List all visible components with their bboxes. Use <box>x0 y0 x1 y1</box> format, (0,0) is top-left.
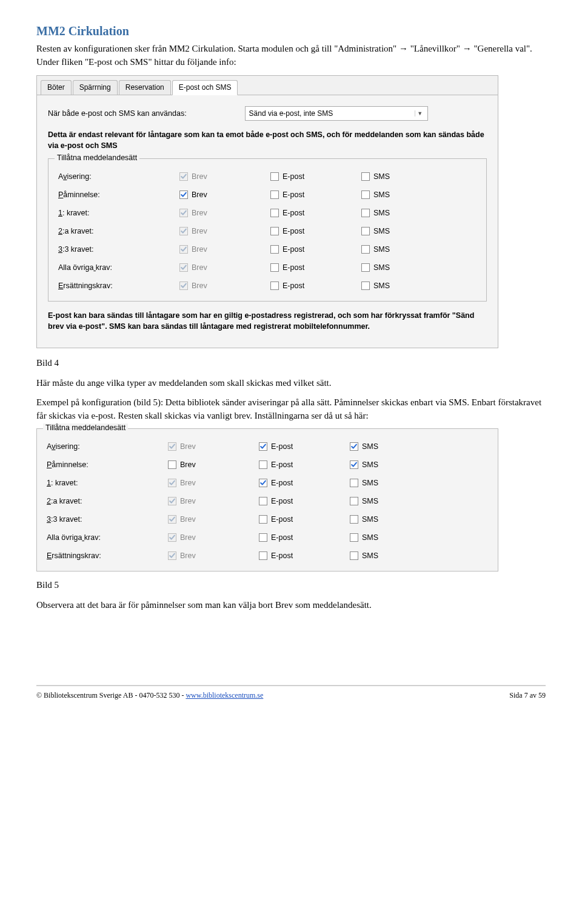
row-label: Alla övriga krav: <box>47 533 168 542</box>
paragraph-intro: Resten av konfigurationen sker från MM2 … <box>36 42 546 69</box>
checkbox-cell: SMS <box>350 442 441 451</box>
arrow-icon: → <box>399 43 408 53</box>
checkbox-cell: SMS <box>350 497 441 505</box>
checkbox-label: SMS <box>362 460 378 469</box>
sms-checkbox[interactable] <box>361 263 370 272</box>
sms-checkbox[interactable] <box>361 209 370 217</box>
epost-checkbox[interactable] <box>259 460 267 469</box>
brev-checkbox <box>179 282 188 290</box>
checkbox-label: SMS <box>362 533 378 542</box>
brev-checkbox[interactable] <box>168 460 176 469</box>
brev-checkbox <box>168 551 176 560</box>
tab-e-post-och-sms[interactable]: E-post och SMS <box>172 80 238 95</box>
group-legend: Tillåtna meddelandesätt <box>55 153 139 162</box>
sms-checkbox[interactable] <box>350 515 358 524</box>
row-label: Avisering: <box>47 442 168 451</box>
checkbox-cell: SMS <box>350 515 441 524</box>
epost-checkbox[interactable] <box>259 479 267 487</box>
tab-böter[interactable]: Böter <box>41 80 72 95</box>
epost-checkbox[interactable] <box>270 172 279 181</box>
tab-reservation[interactable]: Reservation <box>119 80 171 95</box>
row-label: 1: kravet: <box>58 209 179 217</box>
epost-checkbox[interactable] <box>270 245 279 254</box>
allowed-methods-group: Tillåtna meddelandesätt Avisering:BrevE-… <box>48 158 487 302</box>
group-legend: Tillåtna meddelandesätt <box>43 423 128 432</box>
epost-checkbox[interactable] <box>270 209 279 217</box>
sms-checkbox[interactable] <box>350 442 358 451</box>
checkbox-cell: SMS <box>361 263 452 272</box>
option-row: Alla övriga krav:BrevE-postSMS <box>58 258 477 277</box>
sms-checkbox[interactable] <box>361 245 370 254</box>
epost-checkbox[interactable] <box>270 227 279 235</box>
sms-checkbox[interactable] <box>350 497 358 505</box>
option-row: 1: kravet:BrevE-postSMS <box>47 474 488 492</box>
checkbox-label: SMS <box>362 442 378 451</box>
checkbox-label: SMS <box>373 209 390 217</box>
checkbox-cell: E-post <box>270 172 361 181</box>
checkbox-label: E-post <box>283 227 304 235</box>
epost-checkbox[interactable] <box>270 263 279 272</box>
sms-checkbox[interactable] <box>350 551 358 560</box>
figure-caption: Bild 5 <box>36 580 546 590</box>
sms-checkbox[interactable] <box>361 191 370 199</box>
checkbox-label: SMS <box>362 515 378 524</box>
checkbox-label: SMS <box>373 263 390 272</box>
tab-body: När både e-post och SMS kan användas: Sä… <box>37 95 498 348</box>
send-mode-dropdown[interactable]: Sänd via e-post, inte SMS ▼ <box>245 106 428 121</box>
dropdown-label: När både e-post och SMS kan användas: <box>48 109 187 118</box>
sms-checkbox[interactable] <box>350 533 358 542</box>
checkbox-label: SMS <box>373 245 390 254</box>
page-number: Sida 7 av 59 <box>509 691 546 700</box>
checkbox-cell: E-post <box>259 460 350 469</box>
checkbox-label: Brev <box>192 172 207 181</box>
row-label: 2:a kravet: <box>58 227 179 235</box>
checkbox-label: SMS <box>362 479 378 487</box>
epost-checkbox[interactable] <box>270 282 279 290</box>
brev-checkbox <box>168 515 176 524</box>
epost-checkbox[interactable] <box>270 191 279 199</box>
checkbox-cell: SMS <box>350 551 441 560</box>
option-row: Påminnelse:BrevE-postSMS <box>47 456 488 474</box>
row-label: 3:3 kravet: <box>47 515 168 524</box>
brev-checkbox[interactable] <box>179 191 188 199</box>
checkbox-cell: Brev <box>179 282 270 290</box>
epost-checkbox[interactable] <box>259 533 267 542</box>
epost-checkbox[interactable] <box>259 551 267 560</box>
checkbox-cell: E-post <box>259 479 350 487</box>
checkbox-label: Brev <box>192 282 207 290</box>
row-label: 1: kravet: <box>47 479 168 487</box>
page-footer: © Bibliotekscentrum Sverige AB - 0470-53… <box>36 685 546 700</box>
option-row: 2:a kravet:BrevE-postSMS <box>47 492 488 510</box>
sms-checkbox[interactable] <box>350 479 358 487</box>
epost-checkbox[interactable] <box>259 497 267 505</box>
epost-checkbox[interactable] <box>259 515 267 524</box>
checkbox-label: Brev <box>192 245 207 254</box>
checkbox-label: E-post <box>271 479 293 487</box>
settings-panel: BöterSpärrningReservationE-post och SMS … <box>36 75 498 349</box>
checkbox-label: E-post <box>271 551 293 560</box>
checkbox-cell: Brev <box>168 479 259 487</box>
brev-checkbox <box>168 497 176 505</box>
checkbox-cell: Brev <box>179 172 270 181</box>
chevron-down-icon: ▼ <box>415 110 425 116</box>
tab-strip: BöterSpärrningReservationE-post och SMS <box>37 76 498 95</box>
dropdown-value: Sänd via e-post, inte SMS <box>249 109 333 118</box>
checkbox-cell: SMS <box>350 479 441 487</box>
checkbox-cell: SMS <box>361 209 452 217</box>
text: Resten av konfigurationen sker från MM2 … <box>36 44 399 53</box>
checkbox-cell: Brev <box>179 227 270 235</box>
checkbox-cell: E-post <box>259 551 350 560</box>
tab-spärrning[interactable]: Spärrning <box>73 80 118 95</box>
checkbox-cell: SMS <box>361 245 452 254</box>
sms-checkbox[interactable] <box>361 227 370 235</box>
checkbox-label: E-post <box>283 191 304 199</box>
sms-checkbox[interactable] <box>361 282 370 290</box>
row-label: 2:a kravet: <box>47 497 168 505</box>
epost-checkbox[interactable] <box>259 442 267 451</box>
info-text: E-post kan bara sändas till låntagare so… <box>48 310 487 332</box>
footer-link[interactable]: www.bibliotekscentrum.se <box>186 691 263 700</box>
sms-checkbox[interactable] <box>361 172 370 181</box>
sms-checkbox[interactable] <box>350 460 358 469</box>
row-label: Påminnelse: <box>58 191 179 199</box>
checkbox-label: E-post <box>283 209 304 217</box>
